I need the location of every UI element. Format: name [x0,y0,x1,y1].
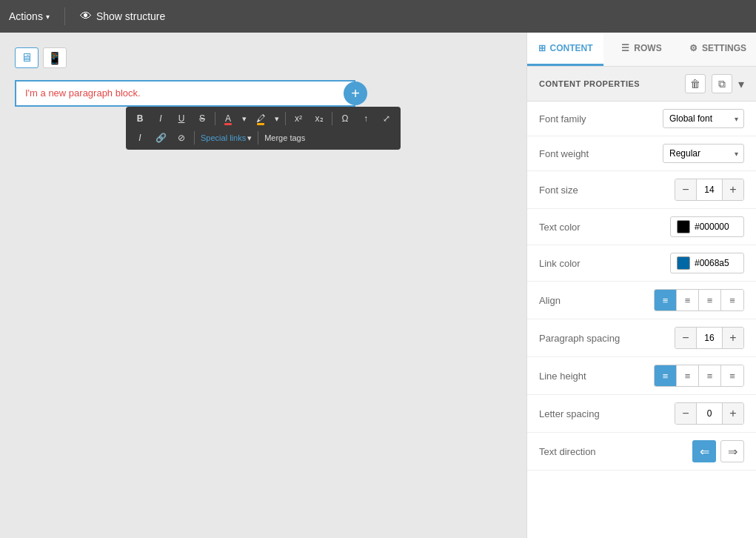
text-color-label: Text color [539,222,670,233]
line-height-group: ≡ ≡ ≡ ≡ [654,365,744,387]
text-color-row: Text color #000000 [527,209,756,245]
paragraph-spacing-label: Paragraph spacing [539,333,675,344]
strikethrough-button[interactable]: S [193,110,212,127]
delete-content-button[interactable]: 🗑 [685,74,706,93]
align-row: Align ≡ ≡ ≡ ≡ [527,282,756,319]
font-size-decrease-button[interactable]: − [675,179,696,200]
italic-bottom-button[interactable]: I [130,129,150,147]
line-height-control: ≡ ≡ ≡ ≡ [654,365,744,387]
font-weight-control: Regular Bold Light [663,144,744,163]
line-height-loose-button[interactable]: ≡ [699,365,721,386]
special-links-button[interactable]: Special links ▾ [198,129,255,147]
special-links-label: Special links [201,133,246,142]
italic-button[interactable]: I [151,110,170,127]
font-size-stepper: − + [675,179,744,201]
link-color-swatch [677,256,690,270]
toolbar-divider-1 [215,112,215,125]
canvas-area: 🖥 📱 I'm a new paragraph block. + 🗑 ⧉ B I… [0,33,526,538]
highlight-color-button[interactable]: 🖍 [251,110,270,127]
eye-icon: 👁 [80,10,92,23]
rtl-button[interactable]: ⇒ [720,440,744,462]
text-color-swatch-button[interactable]: #000000 [670,216,744,237]
actions-menu[interactable]: Actions ▾ [9,10,50,22]
section-chevron-icon[interactable]: ▾ [738,77,744,91]
letter-spacing-decrease-button[interactable]: − [675,403,696,424]
special-chars-button[interactable]: Ω [335,110,355,127]
font-size-increase-button[interactable]: + [723,179,743,200]
letter-spacing-increase-button[interactable]: + [723,403,743,424]
font-family-select[interactable]: Global font Arial Georgia [663,109,744,128]
text-direction-label: Text direction [539,446,692,457]
text-color-control: #000000 [670,216,744,237]
font-family-label: Font family [539,113,663,124]
paragraph-text[interactable]: I'm a new paragraph block. [25,87,141,99]
font-weight-label: Font weight [539,148,663,159]
font-size-label: Font size [539,185,675,196]
letter-spacing-stepper: − + [675,402,744,425]
paragraph-spacing-increase-button[interactable]: + [723,328,743,348]
paragraph-spacing-row: Paragraph spacing − + [527,319,756,357]
font-color-button[interactable]: A [218,110,238,127]
rows-tab-icon: ☰ [621,43,629,53]
link-color-swatch-button[interactable]: #0068a5 [670,253,744,273]
merge-tags-label: Merge tags [264,133,305,142]
tab-rows[interactable]: ☰ ROWS [603,33,680,66]
tab-content[interactable]: ⊞ CONTENT [527,33,603,66]
font-color-dropdown[interactable]: ▾ [239,110,250,127]
rows-tab-label: ROWS [634,43,661,53]
unlink-button[interactable]: ⊘ [172,129,191,147]
desktop-view-button[interactable]: 🖥 [15,47,39,68]
highlight-dropdown[interactable]: ▾ [272,110,282,127]
expand-button[interactable]: ⤢ [377,110,396,127]
font-family-select-wrapper: Global font Arial Georgia [663,109,744,128]
letter-spacing-label: Letter spacing [539,408,675,419]
upload-button[interactable]: ↑ [356,110,375,127]
settings-tab-label: SETTINGS [702,43,746,53]
content-properties-header: CONTENT PROPERTIES 🗑 ⧉ ▾ [527,67,756,102]
link-color-label: Link color [539,258,670,269]
merge-tags-button[interactable]: Merge tags [261,129,308,147]
mobile-view-button[interactable]: 📱 [43,47,67,68]
align-left-button[interactable]: ≡ [655,290,677,310]
line-height-custom-button[interactable]: ≡ [721,365,743,386]
show-structure-button[interactable]: 👁 Show structure [80,10,165,23]
align-right-button[interactable]: ≡ [699,290,721,310]
text-direction-control: ⇐ ⇒ [692,440,744,462]
toolbar-row-2: I 🔗 ⊘ Special links ▾ Merge tags [130,129,396,147]
line-height-normal-button[interactable]: ≡ [677,365,699,386]
letter-spacing-control: − + [675,402,744,425]
line-height-tight-button[interactable]: ≡ [655,365,677,386]
ltr-button[interactable]: ⇐ [692,440,716,462]
font-family-row: Font family Global font Arial Georgia [527,102,756,136]
font-size-input[interactable] [696,179,723,200]
content-tab-label: CONTENT [550,43,593,53]
font-family-control: Global font Arial Georgia [663,109,744,128]
font-weight-row: Font weight Regular Bold Light [527,136,756,171]
add-block-button[interactable]: + [344,82,367,105]
align-justify-button[interactable]: ≡ [721,290,743,310]
superscript-button[interactable]: x² [289,110,308,127]
content-block[interactable]: I'm a new paragraph block. + [15,80,355,107]
toolbar-divider-4 [194,131,195,145]
subscript-button[interactable]: x₂ [310,110,329,127]
align-center-button[interactable]: ≡ [677,290,699,310]
paragraph-spacing-decrease-button[interactable]: − [675,328,696,348]
text-direction-row: Text direction ⇐ ⇒ [527,433,756,471]
special-links-chevron: ▾ [247,133,252,143]
line-height-label: Line height [539,371,654,382]
font-size-row: Font size − + [527,171,756,209]
line-height-row: Line height ≡ ≡ ≡ ≡ [527,357,756,395]
font-color-dot [224,123,232,125]
link-color-control: #0068a5 [670,253,744,273]
font-weight-select[interactable]: Regular Bold Light [663,144,744,163]
paragraph-spacing-input[interactable] [696,328,723,348]
link-button[interactable]: 🔗 [151,129,170,147]
tab-settings[interactable]: ⚙ SETTINGS [680,33,756,66]
panel-content: CONTENT PROPERTIES 🗑 ⧉ ▾ Font family Glo… [527,67,756,538]
text-color-swatch [677,220,690,233]
toolbar-row-1: B I U S A ▾ 🖍 ▾ x² x₂ Ω [130,110,396,127]
bold-button[interactable]: B [130,110,150,127]
letter-spacing-input[interactable] [696,403,723,424]
copy-content-button[interactable]: ⧉ [712,74,732,93]
underline-button[interactable]: U [172,110,191,127]
